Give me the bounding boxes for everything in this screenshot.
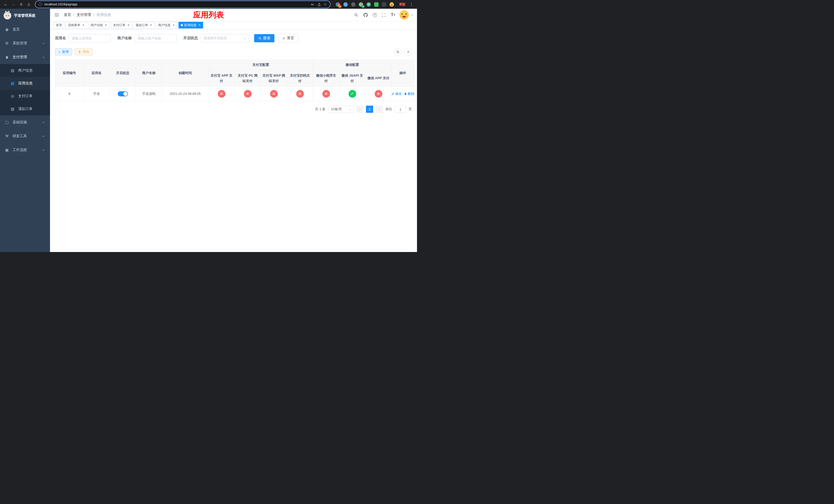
sidebar-item-system[interactable]: ⚙系统管理 — [0, 37, 50, 50]
browser-update-button[interactable]: 更新 — [397, 2, 408, 7]
goto-suffix-label: 页 — [409, 107, 412, 112]
font-size-icon[interactable]: TT — [391, 12, 395, 18]
sidebar-item-pay-order[interactable]: ◎支付订单 — [0, 90, 50, 102]
sidebar-item-home[interactable]: ◉首页 — [0, 23, 50, 37]
reset-icon — [282, 37, 285, 40]
tab-close-icon[interactable]: × — [127, 23, 130, 27]
app-window: 芋道管理系统 ◉首页⚙系统管理¥支付管理▤商户信息▦应用信息◎支付订单▧退款订单… — [0, 9, 417, 252]
col-group-wechat: 微信配置 — [313, 60, 392, 70]
pencil-icon — [391, 92, 394, 95]
edit-button[interactable]: 修改 — [391, 92, 402, 96]
tab-close-icon[interactable]: × — [82, 23, 85, 27]
col-header-wechat-jsapi: 微信 JSAPI 支付 — [339, 70, 366, 87]
bank-card-icon: ▤ — [10, 68, 15, 73]
add-button[interactable]: + 新增 — [55, 48, 72, 55]
col-group-alipay: 支付宝配置 — [208, 60, 313, 70]
page-size-select[interactable]: 10条/页 — [328, 106, 354, 113]
tab-应用信息[interactable]: 应用信息× — [178, 22, 203, 28]
tab-支付订单[interactable]: 支付订单× — [111, 22, 132, 28]
breadcrumb-item[interactable]: 首页 — [64, 13, 71, 17]
search-icon — [258, 37, 262, 40]
reload-button[interactable] — [18, 1, 25, 8]
forward-button[interactable]: → — [10, 1, 17, 8]
goto-page-input[interactable] — [395, 106, 406, 113]
cell-app-id: 6 — [56, 87, 84, 101]
prev-page-button[interactable]: ‹ — [356, 106, 364, 113]
reset-button[interactable]: 重置 — [278, 34, 298, 42]
page-info-icon[interactable]: i — [39, 3, 42, 6]
sidebar-item-workflow[interactable]: ▣工作流程 — [0, 143, 50, 157]
tab-close-icon[interactable]: × — [172, 23, 175, 27]
export-button[interactable]: 导出 — [74, 48, 93, 55]
extension-dark-square[interactable] — [382, 2, 386, 7]
extension-green-chat[interactable] — [374, 2, 378, 7]
search-icon[interactable] — [354, 12, 359, 18]
yen-icon: ¥ — [5, 55, 9, 60]
screen: ← → ⌂ i localhost:1024/pay/app ☆ 101V 更新… — [0, 0, 417, 252]
breadcrumb: 首页/支付管理/应用信息 — [64, 13, 111, 17]
status-select[interactable]: 请选择开启状态 — [200, 34, 249, 42]
extension-color-wheel[interactable]: 1 — [359, 2, 363, 7]
tab-流程表单[interactable]: 流程表单× — [66, 22, 87, 28]
sidebar-toggle-button[interactable] — [54, 12, 60, 18]
next-page-button[interactable]: › — [376, 106, 383, 113]
extension-puzzle[interactable]: 10 — [336, 2, 340, 7]
back-button[interactable]: ← — [2, 1, 9, 8]
cell-app-name: 芋道 — [84, 87, 110, 101]
status-select-placeholder: 请选择开启状态 — [204, 36, 227, 41]
fullscreen-icon[interactable] — [381, 12, 387, 18]
extension-emoji-face[interactable] — [390, 2, 394, 7]
bookmark-star-icon[interactable]: ☆ — [324, 2, 327, 7]
sidebar-item-app-info[interactable]: ▦应用信息 — [0, 77, 50, 90]
chevron-down-icon — [42, 148, 45, 151]
download-icon — [78, 50, 81, 53]
col-header-wechat-mini: 微信小程序支付 — [313, 70, 339, 87]
tab-商户信息[interactable]: 商户信息× — [156, 22, 177, 28]
home-button[interactable]: ⌂ — [25, 1, 32, 8]
sidebar-item-label: 系统管理 — [13, 41, 39, 46]
delete-button[interactable]: 删除 — [404, 92, 414, 96]
sidebar-item-infrastructure[interactable]: ▢基础设施 — [0, 115, 50, 129]
url-text[interactable]: localhost:1024/pay/app — [44, 3, 308, 6]
enabled-check-icon: ✓ — [349, 90, 356, 98]
breadcrumb-item[interactable]: 支付管理 — [77, 13, 91, 17]
github-icon[interactable] — [363, 12, 368, 18]
app-logo[interactable]: 芋道管理系统 — [0, 9, 50, 23]
toggle-search-button[interactable] — [394, 48, 402, 55]
sidebar-item-dev-tools[interactable]: ⚒研发工具 — [0, 129, 50, 143]
col-header-merchant: 商户名称 — [136, 60, 162, 87]
extension-vue-devtools[interactable]: V — [367, 2, 371, 7]
tab-退款订单[interactable]: 退款订单× — [133, 22, 155, 28]
tab-close-icon[interactable]: × — [198, 23, 201, 27]
extension-dark-circle[interactable] — [351, 2, 355, 7]
table-toolbar: + 新增 导出 — [55, 48, 412, 55]
address-bar[interactable]: i localhost:1024/pay/app ☆ — [36, 1, 330, 8]
merchant-name-input[interactable] — [134, 34, 177, 42]
browser-menu-icon[interactable]: ⋮ — [408, 2, 415, 7]
col-header-app-name: 应用名 — [84, 60, 110, 87]
refresh-button[interactable] — [404, 48, 412, 55]
status-toggle[interactable] — [118, 91, 128, 96]
sidebar-item-merchant-info[interactable]: ▤商户信息 — [0, 64, 50, 77]
toolbar-right — [394, 48, 412, 55]
help-icon[interactable]: ? — [373, 13, 377, 17]
tab-close-icon[interactable]: × — [149, 23, 153, 27]
export-button-label: 导出 — [83, 49, 89, 54]
app-name-input[interactable] — [68, 34, 111, 42]
page-number-button[interactable]: 1 — [366, 106, 373, 113]
share-icon[interactable] — [317, 2, 321, 7]
tab-首页[interactable]: 首页 — [53, 22, 64, 28]
extension-water-drop[interactable] — [344, 2, 348, 7]
col-header-alipay-qr: 支付宝扫码支付 — [287, 70, 313, 87]
extension-badge: 1 — [361, 5, 365, 8]
chevron-down-icon — [42, 121, 45, 123]
password-key-icon[interactable] — [310, 2, 315, 7]
sidebar-item-label: 基础设施 — [13, 120, 39, 124]
user-avatar[interactable] — [399, 10, 409, 20]
col-header-wechat-app: 微信 APP 支付 — [366, 70, 392, 87]
sidebar-item-payment[interactable]: ¥支付管理 — [0, 50, 50, 64]
sidebar-item-refund-order[interactable]: ▧退款订单 — [0, 102, 50, 115]
tab-close-icon[interactable]: × — [104, 23, 108, 27]
tab-用户分组[interactable]: 用户分组× — [88, 22, 110, 28]
search-button[interactable]: 搜索 — [254, 34, 275, 42]
